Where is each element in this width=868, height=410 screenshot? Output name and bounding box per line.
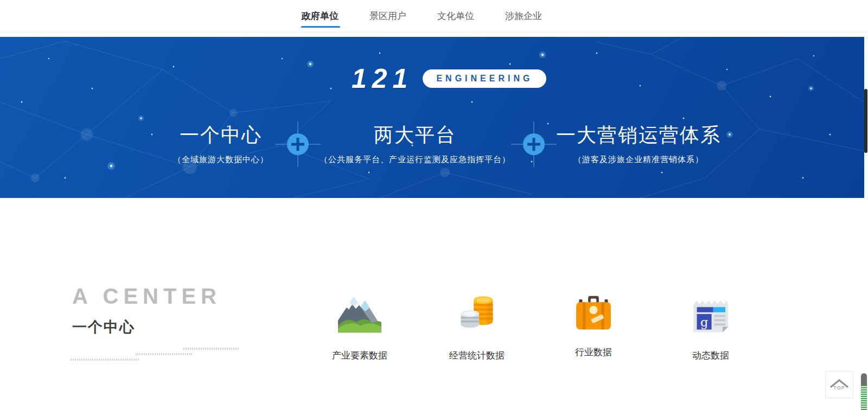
column-title: 两大平台: [304, 124, 526, 146]
top-navigation: 政府单位 景区用户 文化单位 涉旅企业: [0, 0, 868, 33]
dotted-decoration: [136, 353, 192, 355]
back-to-top-label: TOP: [833, 385, 845, 390]
coins-icon: [458, 293, 496, 333]
suitcase-icon: [573, 293, 614, 333]
tab-government[interactable]: 政府单位: [302, 0, 339, 32]
data-item-label: 产业要素数据: [300, 349, 419, 362]
page: 政府单位 景区用户 文化单位 涉旅企业: [0, 0, 868, 410]
page-scrollbar-thumb[interactable]: [864, 89, 867, 153]
hero-title-group: 121 ENGINEERING: [352, 65, 546, 92]
active-tab-underline: [301, 26, 340, 28]
tab-label: 文化单位: [437, 10, 474, 22]
tab-scenic-users[interactable]: 景区用户: [369, 0, 406, 32]
tab-label: 涉旅企业: [505, 10, 542, 22]
hero-banner: 121 ENGINEERING 一个中心 （全域旅游大数据中心） 两大平台 （公…: [0, 37, 864, 198]
constellation-background: [0, 37, 864, 198]
column-subtitle: （公共服务平台、产业运行监测及应急指挥平台）: [304, 155, 526, 165]
data-item-industry-data: 行业数据: [534, 291, 653, 358]
dotted-decoration: [71, 358, 139, 361]
data-item-label: 经营统计数据: [417, 349, 537, 362]
data-item-business-statistics: 经营统计数据: [417, 291, 537, 362]
data-item-dynamic-data: g 动态数据: [651, 291, 770, 362]
data-item-label: 行业数据: [534, 346, 653, 358]
browser-scrollbar-thumb[interactable]: [861, 373, 867, 410]
hero-number: 121: [352, 65, 413, 92]
plus-crosshair-icon: [275, 121, 321, 167]
hero-badge: ENGINEERING: [423, 69, 546, 88]
tab-label: 景区用户: [369, 10, 406, 22]
svg-text:g: g: [700, 315, 708, 329]
section-heading-en: A CENTER: [72, 284, 221, 309]
section-heading-zh: 一个中心: [72, 317, 135, 337]
plus-crosshair-icon: [511, 121, 557, 167]
user-type-tabs: 政府单位 景区用户 文化单位 涉旅企业: [302, 0, 542, 32]
data-item-label: 动态数据: [651, 349, 770, 362]
scrollbar-thumb-stripes: [861, 385, 867, 410]
scrollbar-thumb-cap: [861, 373, 867, 385]
tab-culture-units[interactable]: 文化单位: [437, 0, 474, 32]
banner-column-marketing: 一大营销运营体系 （游客及涉旅企业精准营销体系）: [527, 124, 750, 165]
data-item-industry-elements: 产业要素数据: [300, 291, 419, 362]
dotted-decoration: [183, 348, 239, 350]
tab-tourism-enterprises[interactable]: 涉旅企业: [505, 0, 542, 32]
mountain-icon: [338, 294, 381, 333]
newspaper-icon: g: [689, 295, 732, 333]
column-title: 一大营销运营体系: [527, 124, 750, 146]
back-to-top-button[interactable]: TOP: [825, 371, 853, 398]
tab-label: 政府单位: [302, 10, 339, 22]
column-subtitle: （游客及涉旅企业精准营销体系）: [527, 155, 750, 165]
banner-column-platforms: 两大平台 （公共服务平台、产业运行监测及应急指挥平台）: [304, 124, 526, 165]
